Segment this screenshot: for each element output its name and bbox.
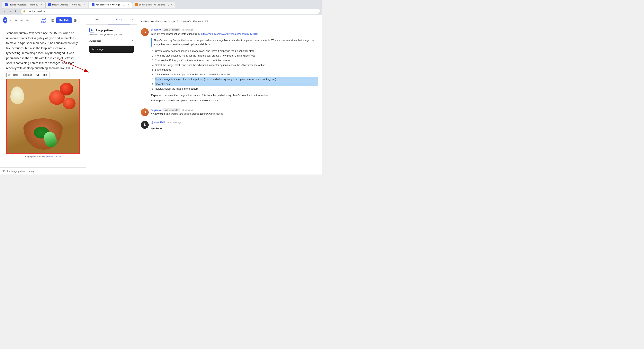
breadcrumb-sep-1: › xyxy=(9,170,10,172)
tab-block[interactable]: Block xyxy=(108,15,130,24)
address-bar-container: ← → ↻ 🔒 core.trac.wordpre... xyxy=(0,8,322,15)
milestone-to-value: 6.5 xyxy=(205,20,208,23)
browser-tab-1[interactable]: Plugins < wcoreqa — WordPress... × xyxy=(2,2,45,8)
wp-editor: W + ✏ ↩ ↪ ☰ Save draft ⊡ Publish ⊞ ⋮ sta… xyxy=(0,15,86,174)
alt-button[interactable]: Alt xyxy=(34,72,41,78)
breadcrumb-sep-2: › xyxy=(26,170,28,172)
publish-button[interactable]: Publish xyxy=(56,17,72,23)
replace-button[interactable]: Replace xyxy=(21,72,34,78)
list-view-button[interactable]: ☰ xyxy=(31,17,35,24)
tab-close-3[interactable]: × xyxy=(128,3,129,6)
comment-2: G @gziolo Core Committer 4 hours ago • K… xyxy=(141,108,318,116)
browser-tabs: Plugins < wcoreqa — WordPress... × Posts… xyxy=(2,0,320,8)
tomato-3 xyxy=(63,98,76,109)
reload-button[interactable]: ↻ xyxy=(14,9,19,14)
edit-tools-button[interactable]: ✏ xyxy=(14,17,18,24)
undo-button[interactable]: ↩ xyxy=(20,17,24,24)
view-toggle-button[interactable]: ⊡ xyxy=(51,17,54,24)
browser-tab-2[interactable]: Posts < wcoreqa — WordPress... × xyxy=(46,2,88,8)
instruction-1: Create a new post and insert an image bl… xyxy=(155,49,318,53)
resize-handle[interactable]: ⊡ xyxy=(6,72,11,77)
instruction-5: Save changes xyxy=(155,68,318,72)
tab-favicon-1 xyxy=(5,3,8,6)
food-image xyxy=(7,79,79,153)
milestone-to-text: to xyxy=(202,20,204,23)
breadcrumb: Post › Image pattern › Image xyxy=(0,168,86,174)
instruction-8: Save the post. xyxy=(155,82,318,86)
wp-logo: W xyxy=(3,17,7,24)
browser-tab-4[interactable]: Lorem Ipsum – All the facts – Li... × xyxy=(132,2,175,8)
qa-report: QA Report: xyxy=(151,127,318,130)
keywords-removed-text: removed xyxy=(214,112,224,115)
sidebar-toggle-button[interactable]: ⊞ xyxy=(73,17,77,24)
editor-content[interactable]: standard dummy text ever since the 1500s… xyxy=(0,26,86,168)
image-item-label: Image xyxy=(96,48,104,51)
food-image-inner xyxy=(7,79,79,153)
tab-favicon-3 xyxy=(92,3,94,6)
github-link[interactable]: https://github.com/WordPress/gutenberg/p… xyxy=(201,32,258,36)
comment-1-role: Core Committer xyxy=(162,28,180,31)
comment-3-avatar-img: S xyxy=(141,121,149,129)
breadcrumb-image: Image xyxy=(28,170,35,172)
content-section-toggle[interactable]: ⌃ xyxy=(131,40,134,43)
title-button[interactable]: Title xyxy=(41,72,49,78)
main-layout: W + ✏ ↩ ↪ ☰ Save draft ⊡ Publish ⊞ ⋮ sta… xyxy=(0,15,322,174)
image-toolbar: ⊡ Reset Replace Alt Title xyxy=(6,72,50,78)
panel-close-button[interactable]: × xyxy=(130,17,136,23)
panel-body: Image pattern Reuse this design across y… xyxy=(86,25,137,174)
instruction-2: From the block settings menu for the ima… xyxy=(155,54,318,58)
milestone-changed-from: Milestone changed from xyxy=(155,20,182,23)
before-patch-text: Before patch: there is an 'upload' butto… xyxy=(151,98,318,103)
image-block[interactable] xyxy=(6,79,80,154)
comment-3-avatar: S xyxy=(141,121,149,129)
comment-3: S @sonali844 11 minutes ago QA Report: xyxy=(141,121,318,130)
tab-close-1[interactable]: × xyxy=(41,3,42,6)
add-block-button[interactable]: + xyxy=(8,17,12,24)
dalle-link[interactable]: OpenAI's DALL·E xyxy=(44,155,61,158)
browser-tab-3[interactable]: Add New Post < wcoreqa — W... × xyxy=(89,2,132,8)
editor-text: standard dummy text ever since the 1500s… xyxy=(6,30,80,76)
more-options-button[interactable]: ⋮ xyxy=(79,17,83,24)
back-button[interactable]: ← xyxy=(2,9,7,14)
comment-2-header: @gziolo Core Committer 4 hours ago xyxy=(151,108,318,112)
breadcrumb-post: Post xyxy=(3,170,8,172)
comment-1-header: @gziolo Core Committer 4 hours ago xyxy=(151,28,318,31)
milestone-label: Milestone xyxy=(142,20,154,23)
comment-2-time: 4 hours ago xyxy=(182,109,193,111)
content-section: Content ⌃ 🖼 Image xyxy=(90,40,134,52)
comment-1-avatar: G xyxy=(141,28,149,36)
trac-content[interactable]: • Milestone Milestone changed from Await… xyxy=(137,15,322,174)
reset-button[interactable]: Reset xyxy=(11,72,21,78)
tab-post[interactable]: Post xyxy=(86,15,108,24)
tab-title-4: Lorem Ipsum – All the facts – Li... xyxy=(139,4,170,6)
instruction-4: Select the image block, and from the adv… xyxy=(155,63,318,67)
image-item[interactable]: 🖼 Image xyxy=(90,46,134,52)
image-caption: Image generated by OpenAI's DALL·E xyxy=(6,155,80,158)
wp-toolbar: W + ✏ ↩ ↪ ☰ Save draft ⊡ Publish ⊞ ⋮ xyxy=(0,15,86,26)
image-item-icon: 🖼 xyxy=(92,48,94,51)
keywords-removed-code: needs-testing-info xyxy=(192,112,212,115)
content-section-title: Content xyxy=(90,40,102,43)
keywords-added-text: added; xyxy=(184,112,192,115)
save-draft-button[interactable]: Save draft xyxy=(38,16,49,24)
comment-1-author[interactable]: @gziolo xyxy=(151,28,161,31)
comment-2-role: Core Committer xyxy=(162,108,180,112)
pattern-icon xyxy=(90,28,94,32)
tab-close-4[interactable]: × xyxy=(171,3,172,6)
milestone-from-value: Awaiting Review xyxy=(183,20,201,23)
comment-1: G @gziolo Core Committer 4 hours ago Ste… xyxy=(141,28,318,104)
lock-icon: 🔒 xyxy=(23,10,26,12)
expected-label: Expected: because the image added in ste… xyxy=(151,93,318,98)
instruction-6: Click the back button to go back to the … xyxy=(155,72,318,77)
browser-chrome: Plugins < wcoreqa — WordPress... × Posts… xyxy=(0,0,322,8)
tomato-2 xyxy=(60,83,73,96)
comment-3-author[interactable]: @sonali844 xyxy=(151,121,165,124)
instruction-7: Add an image to image block in the patte… xyxy=(155,77,318,82)
address-bar[interactable]: 🔒 core.trac.wordpre... xyxy=(20,9,320,14)
comment-2-avatar-img: G xyxy=(141,108,149,116)
comment-2-author[interactable]: @gziolo xyxy=(151,108,161,112)
redo-button[interactable]: ↪ xyxy=(25,17,29,24)
tab-close-2[interactable]: × xyxy=(84,3,86,6)
pattern-title: Image pattern xyxy=(96,29,113,32)
forward-button[interactable]: → xyxy=(8,9,13,14)
